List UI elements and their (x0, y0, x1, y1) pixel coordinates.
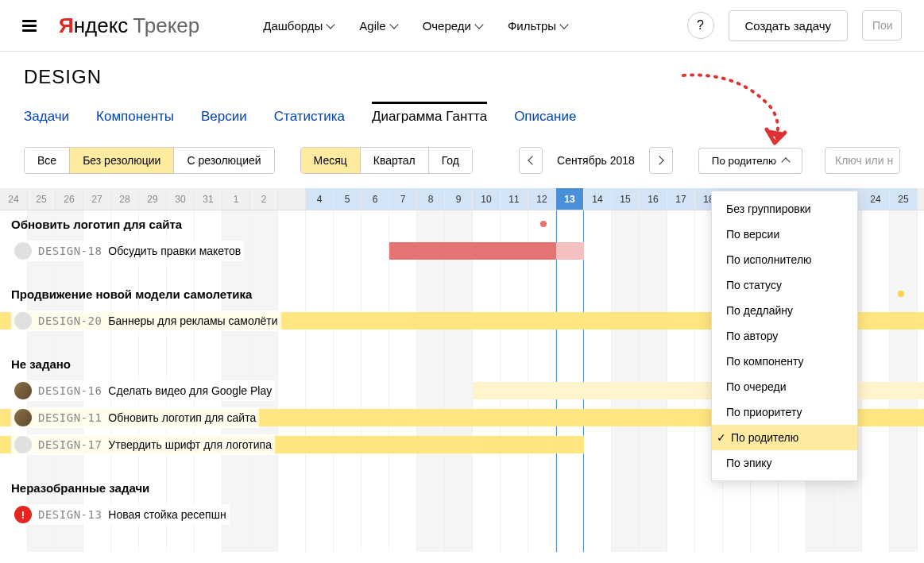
dropdown-item[interactable]: По исполнителю (712, 247, 857, 272)
task-key: DESIGN-16 (38, 384, 102, 397)
task-key: DESIGN-20 (38, 314, 102, 327)
task-label: DESIGN-13Новая стойка ресепшн (11, 504, 230, 525)
dropdown-item[interactable]: По версии (712, 222, 857, 247)
create-task-button[interactable]: Создать задачу (729, 10, 848, 41)
date-header-cell: 2 (250, 188, 278, 210)
logo[interactable]: Яндекс Трекер (59, 13, 199, 38)
dropdown-item[interactable]: По автору (712, 323, 857, 349)
dropdown-item[interactable]: ✓По родителю (712, 425, 857, 450)
date-header-cell: 27 (83, 188, 111, 210)
dropdown-item[interactable]: По дедлайну (712, 298, 857, 323)
dropdown-item[interactable]: По статусу (712, 272, 857, 298)
tab-versions[interactable]: Версии (201, 104, 247, 129)
period-year[interactable]: Год (429, 148, 472, 173)
avatar (14, 312, 32, 330)
toolbar: Все Без резолюции С резолюцией Месяц Ква… (0, 147, 924, 188)
milestone-marker (898, 291, 904, 297)
date-header-cell: 14 (584, 188, 612, 210)
chevron-down-icon (559, 20, 568, 29)
filter-no-resolution[interactable]: Без резолюции (70, 148, 174, 173)
chevron-down-icon (474, 20, 483, 29)
date-header-cell: 4 (306, 188, 334, 210)
milestone-marker (540, 221, 547, 227)
date-header-cell: 15 (612, 188, 640, 210)
gantt-task-row[interactable]: DESIGN-13Новая стойка ресепшн (0, 501, 924, 528)
chevron-up-icon (781, 157, 790, 166)
tabs: Задачи Компоненты Версии Статистика Диаг… (24, 104, 900, 129)
nav-dashboards[interactable]: Дашборды (263, 19, 334, 33)
dropdown-item[interactable]: Без группировки (712, 196, 857, 222)
group-by-button[interactable]: По родителю (698, 148, 802, 174)
task-key: DESIGN-13 (38, 508, 102, 521)
logo-yandex-rest: ндекс (74, 13, 129, 38)
task-name: Новая стойка ресепшн (108, 508, 226, 521)
date-header-cell: 17 (667, 188, 695, 210)
task-key: DESIGN-18 (38, 245, 102, 257)
date-header-cell: 24 (0, 188, 28, 210)
prev-period-button[interactable] (519, 147, 543, 174)
date-header-cell: 28 (111, 188, 139, 210)
tab-tasks[interactable]: Задачи (24, 104, 69, 129)
date-header-cell: 1 (222, 188, 250, 210)
date-header-cell: 29 (139, 188, 167, 210)
period-quarter[interactable]: Квартал (361, 148, 429, 173)
task-label: DESIGN-18Обсудить правки макетов (11, 241, 244, 261)
chevron-left-icon (528, 156, 536, 164)
period-month[interactable]: Месяц (301, 148, 361, 173)
dropdown-item[interactable]: По приоритету (712, 399, 857, 425)
task-name: Сделать видео для Google Play (108, 384, 272, 397)
dropdown-item[interactable]: По компоненту (712, 349, 857, 374)
logo-yandex-y: Я (59, 13, 74, 38)
help-button[interactable]: ? (687, 12, 714, 39)
date-header-cell: 16 (640, 188, 667, 210)
alert-icon (14, 506, 32, 523)
task-key: DESIGN-17 (38, 438, 102, 451)
current-period-label: Сентябрь 2018 (543, 148, 649, 173)
task-label: DESIGN-20Баннеры для рекламы самолёти (11, 310, 281, 331)
tab-description[interactable]: Описание (514, 104, 576, 129)
key-filter-input[interactable]: Ключ или н (825, 147, 900, 174)
filter-with-resolution[interactable]: С резолюцией (174, 148, 273, 173)
date-header-cell: 8 (417, 188, 445, 210)
date-header-cell: 25 (890, 188, 918, 210)
check-icon: ✓ (717, 431, 726, 444)
date-header-cell: 11 (501, 188, 528, 210)
date-header-cell: 12 (528, 188, 556, 210)
chevron-down-icon (327, 20, 335, 29)
task-name: Обсудить правки макетов (108, 245, 241, 257)
avatar (14, 242, 32, 260)
date-navigation: Сентябрь 2018 (519, 147, 673, 174)
date-header-cell: 24 (862, 188, 890, 210)
hamburger-icon[interactable] (22, 17, 37, 34)
nav-filters[interactable]: Фильтры (508, 19, 567, 33)
task-label: DESIGN-16Сделать видео для Google Play (11, 380, 275, 401)
app-header: Яндекс Трекер Дашборды Agile Очереди Фил… (0, 0, 924, 52)
nav-items: Дашборды Agile Очереди Фильтры (263, 19, 567, 33)
date-header-cell: 13 (556, 188, 584, 210)
header-right: ? Создать задачу Пои (687, 10, 902, 41)
tab-statistics[interactable]: Статистика (274, 104, 345, 129)
gantt-bar[interactable] (389, 242, 556, 260)
date-header-cell: 30 (167, 188, 195, 210)
next-period-button[interactable] (649, 147, 673, 174)
tab-gantt[interactable]: Диаграмма Гантта (372, 102, 487, 129)
tab-components[interactable]: Компоненты (96, 104, 174, 129)
date-header-cell: 31 (195, 188, 222, 210)
date-header-cell: 7 (389, 188, 417, 210)
period-filter: Месяц Квартал Год (300, 147, 473, 174)
avatar (14, 409, 32, 426)
dropdown-item[interactable]: По эпику (712, 450, 857, 476)
date-header-cell: 6 (361, 188, 389, 210)
chevron-right-icon (655, 156, 664, 164)
nav-agile[interactable]: Agile (359, 19, 396, 33)
gantt-bar-overdue (556, 242, 584, 260)
date-header-cell: 5 (334, 188, 361, 210)
search-input[interactable]: Пои (862, 10, 902, 40)
task-name: Утвердить шрифт для логотипа (108, 438, 272, 451)
group-by-dropdown: Без группировкиПо версииПо исполнителюПо… (711, 191, 858, 481)
filter-all[interactable]: Все (25, 148, 70, 173)
dropdown-item[interactable]: По очереди (712, 374, 857, 399)
subheader: DESIGN Задачи Компоненты Версии Статисти… (0, 52, 924, 129)
project-title: DESIGN (24, 66, 900, 88)
nav-queues[interactable]: Очереди (423, 19, 482, 33)
